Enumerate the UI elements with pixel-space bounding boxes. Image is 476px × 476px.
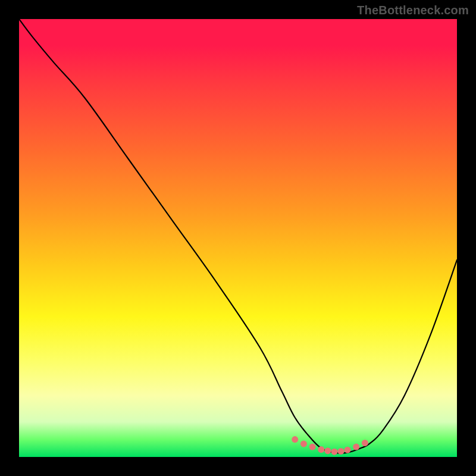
highlight-dot — [318, 446, 324, 453]
curve-layer — [19, 19, 457, 457]
highlight-dot — [324, 447, 331, 454]
chart-frame: TheBottleneck.com — [0, 0, 476, 476]
highlight-dot — [338, 448, 345, 455]
highlight-dot — [309, 444, 316, 450]
highlight-dot — [292, 436, 298, 443]
highlight-dot — [300, 440, 307, 447]
highlight-dot — [353, 444, 359, 450]
highlight-dot — [362, 440, 368, 446]
plot-area — [19, 19, 457, 457]
watermark-text: TheBottleneck.com — [357, 4, 469, 17]
bottleneck-curve-path — [19, 19, 457, 453]
highlight-dots-group — [292, 436, 368, 455]
highlight-dot — [331, 449, 337, 455]
highlight-dot — [345, 447, 351, 453]
